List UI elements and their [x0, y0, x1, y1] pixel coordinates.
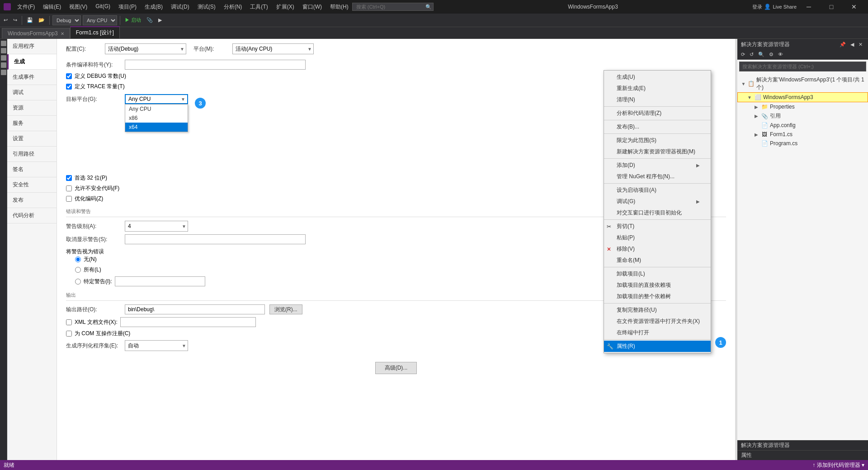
ctx-add[interactable]: 添加(D) ▶ [604, 160, 711, 171]
start-button[interactable]: ▶ 启动 [123, 16, 143, 24]
ctx-interactive[interactable]: 对交互窗口进行项目初始化 [604, 207, 711, 218]
solution-search-input[interactable] [739, 62, 866, 71]
target-platform-select-display[interactable]: Any CPU ▼ [125, 94, 188, 104]
sidebar-icon-5[interactable] [1, 70, 6, 75]
panel-pin-button[interactable]: 📌 [838, 41, 848, 48]
browse-button[interactable]: 浏览(R)... [269, 304, 302, 314]
menu-git[interactable]: Git(G) [92, 2, 114, 12]
sidebar-icon-4[interactable] [1, 62, 6, 68]
platform-option-x64[interactable]: x64 [125, 123, 188, 132]
xml-doc-checkbox[interactable] [66, 319, 72, 325]
nav-build[interactable]: 生成 [7, 54, 57, 70]
tab-project-close[interactable]: ✕ [61, 31, 64, 36]
panel-preview-btn[interactable]: 👁 [776, 51, 785, 58]
menu-project[interactable]: 项目(P) [115, 2, 140, 12]
ctx-rebuild[interactable]: 重新生成(E) [604, 83, 711, 94]
nav-settings[interactable]: 设置 [7, 131, 57, 147]
attach-button[interactable]: 📎 [145, 16, 155, 24]
tree-project[interactable]: ▼ ⬜ WindowsFormsApp3 [737, 92, 868, 102]
ctx-open-terminal[interactable]: 在终端中打开 [604, 327, 711, 338]
radio-none-input[interactable] [75, 256, 81, 262]
ctx-cut[interactable]: ✂ 剪切(T) [604, 221, 711, 232]
nav-reference-paths[interactable]: 引用路径 [7, 147, 57, 162]
ctx-rename[interactable]: 重命名(M) [604, 255, 711, 266]
panel-refresh-btn[interactable]: ↺ [748, 51, 755, 58]
ctx-load-direct[interactable]: 加载项目的直接依赖项 [604, 280, 711, 291]
panel-filter-btn[interactable]: 🔍 [756, 51, 766, 58]
nav-debug[interactable]: 调试 [7, 85, 57, 100]
conditional-input[interactable] [125, 60, 306, 70]
ctx-build[interactable]: 生成(U) [604, 71, 711, 83]
debug-config-select[interactable]: Debug [52, 15, 81, 25]
form1-expand[interactable]: ▶ [754, 132, 759, 137]
xml-doc-input[interactable] [120, 317, 256, 327]
title-search-input[interactable] [352, 3, 434, 11]
nav-publish[interactable]: 发布 [7, 193, 57, 208]
close-button[interactable]: ✕ [844, 0, 864, 14]
tab-project[interactable]: WindowsFormsApp3 ✕ [2, 28, 70, 38]
panel-arrow-button[interactable]: ◀ [849, 41, 856, 48]
menu-build[interactable]: 生成(B) [141, 2, 166, 12]
define-debug-checkbox[interactable] [66, 73, 72, 79]
radio-all-input[interactable] [75, 267, 81, 273]
toolbar-more[interactable]: ▶ [156, 16, 164, 24]
serialize-select[interactable]: 自动 [125, 340, 188, 351]
menu-tools[interactable]: 工具(T) [246, 2, 271, 12]
tree-appconfig[interactable]: ▶ 📄 App.config [737, 121, 868, 130]
platform-option-x86[interactable]: x86 [125, 114, 188, 123]
ctx-nuget[interactable]: 管理 NuGet 程序包(N)... [604, 171, 711, 182]
prefer32bit-checkbox[interactable] [66, 175, 72, 181]
advanced-button[interactable]: 高级(D)... [375, 362, 417, 374]
ctx-open-folder[interactable]: 在文件资源管理器中打开文件夹(X) [604, 316, 711, 327]
menu-window[interactable]: 窗口(W) [299, 2, 326, 12]
radio-specific-input[interactable] [75, 279, 81, 285]
nav-signing[interactable]: 签名 [7, 162, 57, 177]
ctx-new-view[interactable]: 新建解决方案资源管理器视图(M) [604, 146, 711, 157]
properties-expand[interactable]: ▶ [754, 104, 759, 109]
ctx-paste[interactable]: 粘贴(P) [604, 232, 711, 243]
sidebar-icon-2[interactable] [1, 48, 6, 53]
panel-sync-btn[interactable]: ⟳ [739, 51, 747, 58]
references-expand[interactable]: ▶ [754, 114, 759, 119]
nav-services[interactable]: 服务 [7, 116, 57, 131]
sidebar-icon-1[interactable] [1, 41, 6, 46]
tree-program[interactable]: ▶ 📄 Program.cs [737, 139, 868, 148]
tab-form[interactable]: Form1.cs [设计] [70, 26, 120, 38]
nav-code-analysis[interactable]: 代码分析 [7, 208, 57, 223]
live-share-link[interactable]: Live Share [773, 4, 797, 9]
panel-close-button[interactable]: ✕ [857, 41, 864, 48]
nav-security[interactable]: 安全性 [7, 177, 57, 193]
suppress-warnings-input[interactable] [125, 234, 306, 244]
ctx-unload[interactable]: 卸载项目(L) [604, 268, 711, 280]
menu-view[interactable]: 视图(V) [66, 2, 91, 12]
tree-form1[interactable]: ▶ 🖼 Form1.cs [737, 130, 868, 139]
ctx-analyze[interactable]: 分析和代码清理(Z) [604, 108, 711, 119]
menu-debug[interactable]: 调试(D) [167, 2, 193, 12]
menu-test[interactable]: 测试(S) [194, 2, 219, 12]
toolbar-redo[interactable]: ↪ [11, 16, 19, 24]
warning-level-select[interactable]: 4 [125, 221, 188, 232]
toolbar-undo[interactable]: ↩ [2, 16, 9, 24]
define-trace-checkbox[interactable] [66, 84, 72, 90]
allow-unsafe-checkbox[interactable] [66, 185, 72, 191]
properties-handle[interactable]: 属性 [737, 450, 868, 460]
specific-warnings-input[interactable] [115, 276, 205, 286]
tree-properties[interactable]: ▶ 📁 Properties [737, 102, 868, 111]
ctx-remove[interactable]: ✕ 移除(V) [604, 243, 711, 255]
solution-explorer-handle[interactable]: 解决方案资源管理器 [737, 440, 868, 450]
minimize-button[interactable]: ─ [798, 0, 819, 14]
login-link[interactable]: 登录 [752, 4, 762, 10]
ctx-publish[interactable]: 发布(B)... [604, 121, 711, 133]
menu-help[interactable]: 帮助(H) [326, 2, 352, 12]
platform-option-anycpu[interactable]: Any CPU [125, 104, 188, 114]
optimize-checkbox[interactable] [66, 196, 72, 202]
menu-edit[interactable]: 编辑(E) [39, 2, 65, 12]
ctx-debug[interactable]: 调试(G) ▶ [604, 196, 711, 207]
sidebar-icon-3[interactable] [1, 55, 6, 61]
nav-resources[interactable]: 资源 [7, 100, 57, 116]
config-select[interactable]: 活动(Debug) [105, 43, 186, 54]
output-path-input[interactable] [125, 304, 265, 314]
solution-expand[interactable]: ▼ [741, 81, 746, 86]
project-expand[interactable]: ▼ [747, 95, 752, 100]
toolbar-save[interactable]: 💾 [25, 16, 35, 24]
